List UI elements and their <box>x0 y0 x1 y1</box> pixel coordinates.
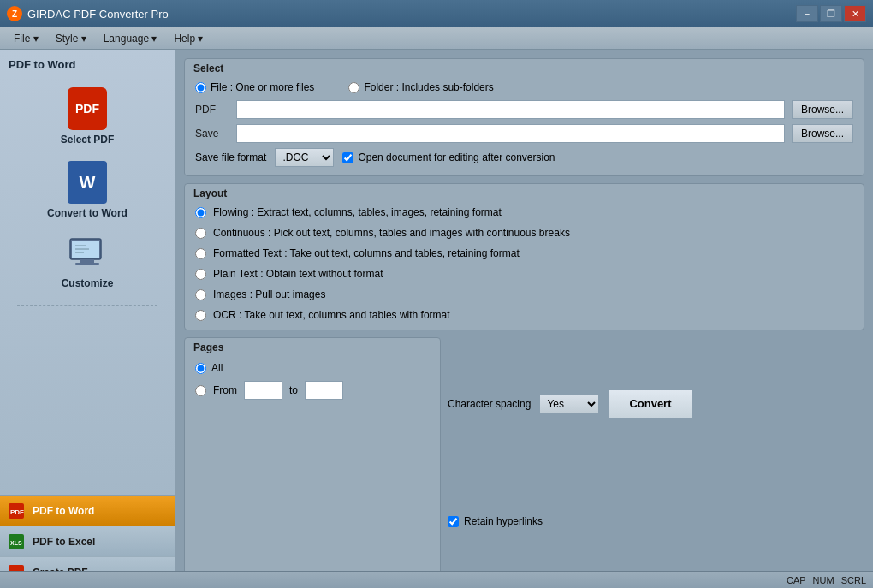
convert-to-word-action[interactable]: W Convert to Word <box>44 157 131 223</box>
pages-all-label: All <box>211 362 223 374</box>
ocr-radio[interactable] <box>195 310 206 321</box>
pages-all-row: All <box>195 362 430 374</box>
select-panel-content: File : One or more files Folder : Includ… <box>185 76 864 175</box>
open-doc-text: Open document for editing after conversi… <box>358 151 555 163</box>
pdf-icon: PDF <box>68 87 107 130</box>
right-bottom: Character spacing Yes No Convert Retain … <box>448 337 864 579</box>
pdf-field-label: PDF <box>195 104 229 116</box>
window-title: GIRDAC PDF Converter Pro <box>27 8 169 21</box>
convert-button[interactable]: Convert <box>608 389 692 419</box>
menu-language[interactable]: Language ▾ <box>97 31 164 46</box>
main-layout: PDF to Word PDF Select PDF W Convert to … <box>0 50 873 588</box>
pages-from-row: From to <box>195 381 430 400</box>
pages-all-radio[interactable] <box>195 363 206 374</box>
folder-radio-label[interactable]: Folder : Includes sub-folders <box>348 81 493 93</box>
folder-radio[interactable] <box>348 82 359 93</box>
char-spacing-select[interactable]: Yes No <box>539 395 599 413</box>
nav-pdf-to-word[interactable]: PDF PDF to Word <box>0 496 175 526</box>
file-radio-label[interactable]: File : One or more files <box>195 81 314 93</box>
char-spacing-label: Character spacing <box>448 398 531 410</box>
pdf-word-nav-icon: PDF <box>7 502 26 520</box>
save-input[interactable] <box>236 124 785 143</box>
menu-bar: File ▾ Style ▾ Language ▾ Help ▾ <box>0 27 873 50</box>
layout-formatted: Formatted Text : Take out text, columns … <box>195 247 853 259</box>
restore-button[interactable]: ❐ <box>820 5 842 22</box>
convert-to-word-label: Convert to Word <box>47 207 128 219</box>
format-label: Save file format <box>195 151 266 163</box>
title-bar-left: Z GIRDAC PDF Converter Pro <box>7 6 169 21</box>
sidebar-title: PDF to Word <box>9 58 166 71</box>
pdf-input[interactable] <box>236 100 785 119</box>
file-option-text: File : One or more files <box>211 81 314 93</box>
pages-content: All From to <box>185 355 440 407</box>
title-bar: Z GIRDAC PDF Converter Pro − ❐ ✕ <box>0 0 873 27</box>
status-scrl: SCRL <box>841 575 866 585</box>
continuous-label: Continuous : Pick out text, columns, tab… <box>213 227 570 239</box>
svg-rect-2 <box>80 259 94 263</box>
menu-help[interactable]: Help ▾ <box>167 31 210 46</box>
pages-to-label: to <box>289 384 298 396</box>
layout-continuous: Continuous : Pick out text, columns, tab… <box>195 227 853 239</box>
nav-pdf-to-excel[interactable]: XLS PDF to Excel <box>0 526 175 557</box>
pages-panel-title: Pages <box>185 338 440 355</box>
continuous-radio[interactable] <box>195 228 206 239</box>
layout-panel-content: Flowing : Extract text, columns, tables,… <box>185 201 864 330</box>
layout-panel-title: Layout <box>185 184 864 201</box>
svg-text:XLS: XLS <box>10 540 22 546</box>
pages-to-input[interactable] <box>305 381 343 400</box>
plain-radio[interactable] <box>195 269 206 280</box>
save-browse-button[interactable]: Browse... <box>792 124 853 143</box>
retain-hyperlinks-checkbox[interactable] <box>448 516 459 527</box>
images-radio[interactable] <box>195 289 206 300</box>
menu-file[interactable]: File ▾ <box>7 31 45 46</box>
select-panel-title: Select <box>185 59 864 76</box>
nav-pdf-to-word-label: PDF to Word <box>33 505 94 517</box>
menu-style[interactable]: Style ▾ <box>49 31 93 46</box>
formatted-label: Formatted Text : Take out text, columns … <box>213 247 520 259</box>
pdf-browse-button[interactable]: Browse... <box>792 100 853 119</box>
open-doc-checkbox[interactable] <box>342 152 353 163</box>
hyperlinks-row: Retain hyperlinks <box>448 515 864 527</box>
images-label: Images : Pull out images <box>213 288 325 300</box>
content-area: Select File : One or more files Folder :… <box>175 50 873 588</box>
customize-action[interactable]: Customize <box>58 231 117 293</box>
format-row: Save file format .DOC .DOCX .RTF .TXT Op… <box>195 148 853 167</box>
file-radio[interactable] <box>195 82 206 93</box>
flowing-radio[interactable] <box>195 207 206 218</box>
format-select[interactable]: .DOC .DOCX .RTF .TXT <box>275 148 334 167</box>
customize-label: Customize <box>62 277 114 289</box>
formatted-radio[interactable] <box>195 248 206 259</box>
char-spacing-row: Character spacing Yes No Convert <box>448 389 864 419</box>
title-bar-controls: − ❐ ✕ <box>796 5 866 22</box>
select-pdf-label: Select PDF <box>61 134 115 146</box>
status-cap: CAP <box>787 575 806 585</box>
status-bar: CAP NUM SCRL <box>0 571 873 588</box>
minimize-button[interactable]: − <box>796 5 818 22</box>
layout-images: Images : Pull out images <box>195 288 853 300</box>
save-field-row: Save Browse... <box>195 124 853 143</box>
layout-ocr: OCR : Take out text, columns and tables … <box>195 309 853 321</box>
status-num: NUM <box>813 575 834 585</box>
close-button[interactable]: ✕ <box>844 5 866 22</box>
pages-from-radio[interactable] <box>195 385 206 396</box>
save-field-label: Save <box>195 128 229 140</box>
monitor-icon <box>68 235 107 274</box>
svg-text:PDF: PDF <box>10 508 24 516</box>
bottom-row: Pages All From to <box>184 337 864 579</box>
file-folder-radio-group: File : One or more files Folder : Includ… <box>195 81 853 93</box>
ocr-label: OCR : Take out text, columns and tables … <box>213 309 450 321</box>
pages-panel: Pages All From to <box>184 337 441 579</box>
folder-option-text: Folder : Includes sub-folders <box>364 81 493 93</box>
word-icon: W <box>68 161 107 204</box>
select-pdf-action[interactable]: PDF Select PDF <box>57 84 118 149</box>
open-doc-label[interactable]: Open document for editing after conversi… <box>342 151 555 163</box>
sidebar-divider <box>17 305 157 306</box>
pages-from-input[interactable] <box>244 381 282 400</box>
layout-flowing: Flowing : Extract text, columns, tables,… <box>195 206 853 218</box>
app-icon: Z <box>7 6 22 21</box>
svg-rect-3 <box>75 263 99 265</box>
flowing-label: Flowing : Extract text, columns, tables,… <box>213 206 502 218</box>
sidebar: PDF to Word PDF Select PDF W Convert to … <box>0 50 175 588</box>
pages-from-label: From <box>213 384 237 396</box>
nav-pdf-to-excel-label: PDF to Excel <box>33 536 95 548</box>
